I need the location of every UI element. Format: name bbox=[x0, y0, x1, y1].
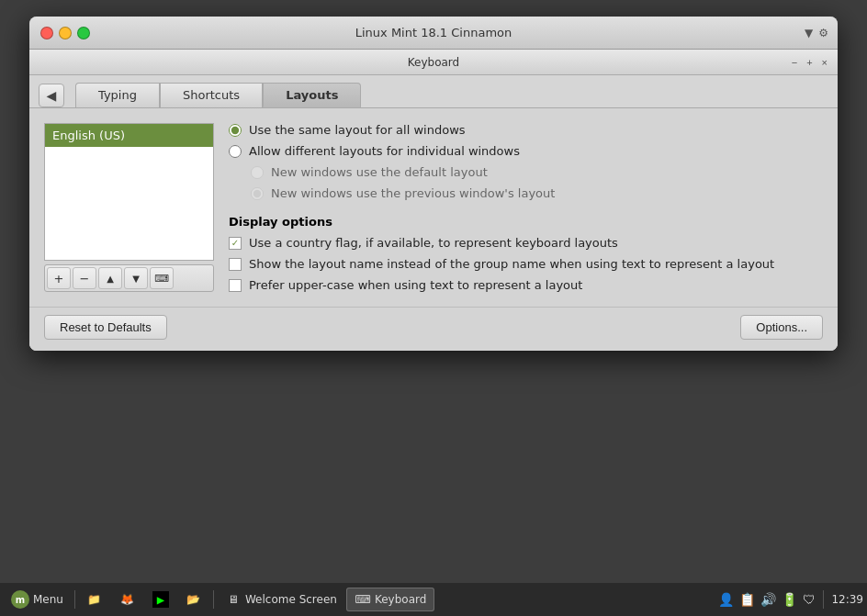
reset-button[interactable]: Reset to Defaults bbox=[44, 315, 167, 340]
tab-shortcuts[interactable]: Shortcuts bbox=[160, 83, 263, 107]
menu-button[interactable]: m Menu bbox=[4, 588, 71, 611]
keyboard-titlebar: Keyboard − + × bbox=[29, 50, 838, 75]
checkbox-layout-name: Show the layout name instead of the grou… bbox=[229, 257, 823, 271]
welcome-icon: 🖥 bbox=[225, 591, 242, 608]
taskbar-separator-2 bbox=[213, 590, 214, 609]
nemo-icon: 📂 bbox=[186, 591, 202, 608]
tabs-row: ◀ Typing Shortcuts Layouts bbox=[29, 75, 838, 107]
layout-toolbar: + − ▲ ▼ ⌨ bbox=[44, 264, 214, 292]
radio-same-layout-input[interactable] bbox=[229, 124, 242, 137]
taskbar-item-terminal[interactable]: ▶ bbox=[145, 588, 176, 610]
remove-layout-button[interactable]: − bbox=[73, 267, 96, 289]
dialog-controls: − + × bbox=[789, 57, 830, 68]
taskbar-separator-3 bbox=[823, 590, 824, 609]
files-icon: 📁 bbox=[86, 591, 103, 608]
terminal-icon: ▶ bbox=[152, 591, 169, 608]
taskbar-item-firefox[interactable]: 🦊 bbox=[112, 588, 143, 610]
radio-same-layout: Use the same layout for all windows bbox=[229, 123, 823, 137]
taskbar-item-keyboard[interactable]: ⌨ Keyboard bbox=[346, 588, 434, 611]
clipboard-icon[interactable]: 📋 bbox=[739, 592, 755, 607]
content-area: English (US) + − ▲ ▼ ⌨ bbox=[29, 107, 838, 307]
taskbar-item-files[interactable]: 📁 bbox=[79, 588, 110, 610]
tab-layouts[interactable]: Layouts bbox=[263, 83, 361, 107]
close-button[interactable] bbox=[40, 27, 53, 39]
dialog-close[interactable]: × bbox=[819, 57, 830, 68]
dialog-minimize[interactable]: − bbox=[789, 57, 800, 68]
battery-icon[interactable]: 🔋 bbox=[782, 592, 797, 607]
window-controls bbox=[40, 27, 90, 39]
dialog-title: Keyboard bbox=[408, 56, 459, 69]
radio-different-layout: Allow different layouts for individual w… bbox=[229, 144, 823, 158]
dropdown-icon[interactable]: ▼ bbox=[805, 27, 813, 39]
add-layout-button[interactable]: + bbox=[47, 267, 71, 289]
firefox-icon: 🦊 bbox=[119, 591, 136, 608]
move-up-button[interactable]: ▲ bbox=[98, 267, 122, 289]
display-options-title: Display options bbox=[229, 215, 823, 229]
taskbar-item-welcome[interactable]: 🖥 Welcome Screen bbox=[218, 588, 344, 610]
settings-icon[interactable]: ⚙ bbox=[818, 27, 828, 39]
taskbar: m Menu 📁 🦊 ▶ 📂 🖥 Welcome Screen ⌨ Keyboa… bbox=[0, 583, 867, 616]
title-bar: Linux Mint 18.1 Cinnamon ▼ ⚙ bbox=[29, 17, 838, 50]
checkbox-upper-case: Prefer upper-case when using text to rep… bbox=[229, 278, 823, 292]
keyboard-dialog: Keyboard − + × ◀ Typing Shortcuts bbox=[29, 50, 838, 351]
shield-icon[interactable]: 🛡 bbox=[803, 592, 816, 607]
radio-new-previous: New windows use the previous window's la… bbox=[251, 186, 823, 200]
options-button[interactable]: Options... bbox=[740, 315, 823, 340]
main-window: Linux Mint 18.1 Cinnamon ▼ ⚙ Keyboard − … bbox=[29, 17, 838, 351]
user-icon[interactable]: 👤 bbox=[718, 592, 734, 607]
minimize-button[interactable] bbox=[59, 27, 72, 39]
title-bar-right: ▼ ⚙ bbox=[805, 27, 828, 39]
speaker-icon[interactable]: 🔊 bbox=[760, 592, 776, 607]
move-down-button[interactable]: ▼ bbox=[124, 267, 148, 289]
radio-new-default-input[interactable] bbox=[251, 166, 264, 179]
keyboard-preview-button[interactable]: ⌨ bbox=[150, 267, 174, 289]
options-panel: Use the same layout for all windows Allo… bbox=[229, 123, 823, 292]
checkbox-country-flag: ✓ Use a country flag, if available, to r… bbox=[229, 236, 823, 250]
radio-new-previous-input[interactable] bbox=[251, 187, 264, 200]
back-button[interactable]: ◀ bbox=[39, 84, 64, 107]
tab-typing[interactable]: Typing bbox=[75, 83, 160, 107]
taskbar-item-nemo[interactable]: 📂 bbox=[178, 588, 209, 610]
checkbox-upper-case-input[interactable] bbox=[229, 279, 242, 292]
taskbar-separator-1 bbox=[74, 590, 75, 609]
dialog-maximize[interactable]: + bbox=[804, 57, 815, 68]
tabs: Typing Shortcuts Layouts bbox=[75, 83, 361, 107]
checkbox-layout-name-input[interactable] bbox=[229, 258, 242, 271]
radio-different-layout-input[interactable] bbox=[229, 145, 242, 158]
layout-list-panel: English (US) + − ▲ ▼ ⌨ bbox=[44, 123, 214, 292]
app-title: Linux Mint 18.1 Cinnamon bbox=[355, 26, 512, 39]
layout-item-english-us[interactable]: English (US) bbox=[45, 124, 213, 147]
radio-new-default: New windows use the default layout bbox=[251, 165, 823, 179]
taskbar-right: 👤 📋 🔊 🔋 🛡 12:39 bbox=[718, 590, 863, 609]
clock: 12:39 bbox=[831, 593, 863, 606]
mint-logo: m bbox=[11, 590, 29, 609]
layout-list: English (US) bbox=[44, 123, 214, 261]
keyboard-icon: ⌨ bbox=[355, 591, 371, 608]
bottom-bar: Reset to Defaults Options... bbox=[29, 307, 838, 351]
maximize-button[interactable] bbox=[77, 27, 90, 39]
checkbox-country-flag-input[interactable]: ✓ bbox=[229, 237, 242, 250]
